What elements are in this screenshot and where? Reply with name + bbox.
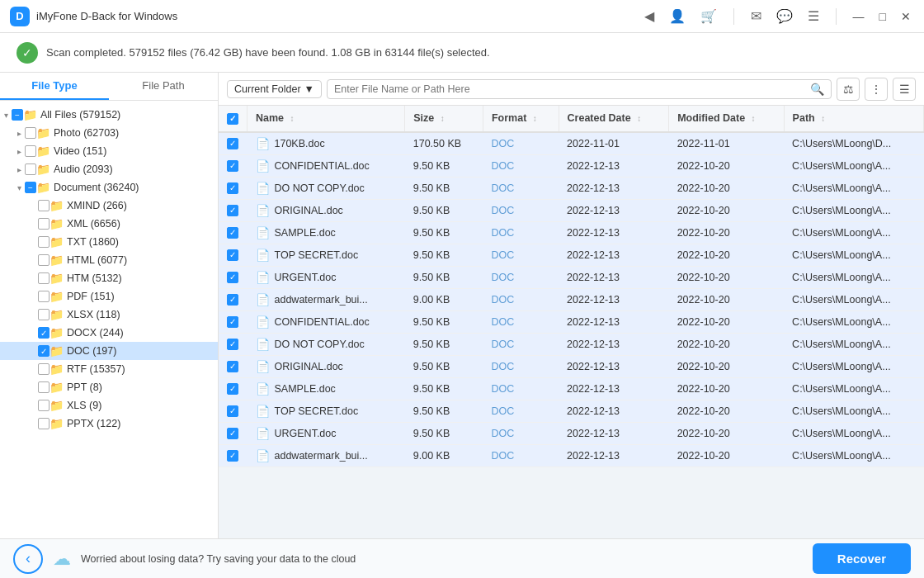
table-row[interactable]: ✓ 📄 addwatermark_bui... 9.00 KB DOC 2022… — [219, 288, 924, 310]
row-checkbox[interactable]: ✓ — [227, 138, 238, 149]
sidebar-item-document[interactable]: ▾ − 📁 Document (36240) — [0, 178, 218, 197]
close-button[interactable]: ✕ — [898, 8, 914, 25]
table-row[interactable]: ✓ 📄 URGENT.doc 9.50 KB DOC 2022-12-13 20… — [219, 266, 924, 288]
table-row[interactable]: ✓ 📄 CONFIDENTIAL.doc 9.50 KB DOC 2022-12… — [219, 154, 924, 177]
tree-checkbox[interactable] — [38, 254, 50, 266]
row-checkbox-cell[interactable]: ✓ — [219, 400, 248, 422]
sidebar-item-doc[interactable]: ✓ 📁 DOC (197) — [0, 342, 218, 360]
table-row[interactable]: ✓ 📄 170KB.doc 170.50 KB DOC 2022-11-01 2… — [219, 132, 924, 155]
row-checkbox-cell[interactable]: ✓ — [219, 221, 248, 244]
tree-checkbox[interactable] — [38, 291, 50, 302]
row-checkbox-cell[interactable]: ✓ — [219, 444, 248, 467]
sidebar-item-html[interactable]: 📁 HTML (6077) — [0, 251, 218, 269]
row-checkbox[interactable]: ✓ — [227, 294, 238, 306]
row-checkbox-cell[interactable]: ✓ — [219, 132, 248, 155]
sidebar-item-docx[interactable]: ✓ 📁 DOCX (244) — [0, 324, 218, 342]
tree-checkbox[interactable]: ✓ — [38, 327, 50, 339]
header-path[interactable]: Path ↕ — [784, 106, 923, 132]
header-name[interactable]: Name ↕ — [248, 106, 405, 132]
row-checkbox-cell[interactable]: ✓ — [219, 310, 248, 333]
search-input[interactable] — [334, 83, 810, 95]
row-checkbox[interactable]: ✓ — [227, 205, 238, 216]
row-checkbox-cell[interactable]: ✓ — [219, 154, 248, 177]
sidebar-item-video[interactable]: ▸ 📁 Video (151) — [0, 142, 218, 160]
header-format[interactable]: Format ↕ — [483, 106, 559, 132]
select-all-checkbox[interactable]: ✓ — [227, 113, 238, 125]
row-checkbox[interactable]: ✓ — [227, 182, 238, 194]
header-created-date[interactable]: Created Date ↕ — [559, 106, 669, 132]
tab-file-path[interactable]: File Path — [109, 73, 218, 100]
sidebar-item-rtf[interactable]: 📁 RTF (15357) — [0, 360, 218, 378]
row-checkbox-cell[interactable]: ✓ — [219, 422, 248, 444]
tree-checkbox[interactable] — [38, 418, 50, 429]
search-box[interactable]: 🔍 — [327, 79, 832, 99]
row-checkbox-cell[interactable]: ✓ — [219, 177, 248, 199]
sidebar-item-txt[interactable]: 📁 TXT (1860) — [0, 233, 218, 251]
row-checkbox[interactable]: ✓ — [227, 450, 238, 462]
row-checkbox[interactable]: ✓ — [227, 272, 238, 283]
row-checkbox[interactable]: ✓ — [227, 361, 238, 372]
table-row[interactable]: ✓ 📄 TOP SECRET.doc 9.50 KB DOC 2022-12-1… — [219, 400, 924, 422]
table-row[interactable]: ✓ 📄 TOP SECRET.doc 9.50 KB DOC 2022-12-1… — [219, 244, 924, 266]
sidebar-item-all[interactable]: ▾ − 📁 All Files (579152) — [0, 106, 218, 124]
sidebar-item-xml[interactable]: 📁 XML (6656) — [0, 215, 218, 233]
header-checkbox-col[interactable]: ✓ — [219, 106, 248, 132]
row-checkbox-cell[interactable]: ✓ — [219, 333, 248, 355]
row-checkbox[interactable]: ✓ — [227, 316, 238, 328]
chat-icon[interactable]: 💬 — [773, 7, 796, 26]
sidebar-item-xls[interactable]: 📁 XLS (9) — [0, 396, 218, 415]
tree-checkbox[interactable] — [38, 400, 50, 411]
menu-icon[interactable]: ☰ — [804, 7, 823, 26]
row-checkbox-cell[interactable]: ✓ — [219, 355, 248, 377]
table-row[interactable]: ✓ 📄 SAMPLE.doc 9.50 KB DOC 2022-12-13 20… — [219, 377, 924, 400]
row-checkbox[interactable]: ✓ — [227, 227, 238, 239]
recover-button[interactable]: Recover — [813, 543, 911, 574]
folder-dropdown[interactable]: Current Folder ▼ — [227, 80, 322, 98]
minimize-button[interactable]: — — [850, 8, 868, 25]
table-row[interactable]: ✓ 📄 ORIGINAL.doc 9.50 KB DOC 2022-12-13 … — [219, 355, 924, 377]
row-checkbox-cell[interactable]: ✓ — [219, 199, 248, 221]
table-row[interactable]: ✓ 📄 ORIGINAL.doc 9.50 KB DOC 2022-12-13 … — [219, 199, 924, 221]
tree-checkbox[interactable]: − — [25, 182, 36, 193]
table-row[interactable]: ✓ 📄 addwatermark_bui... 9.00 KB DOC 2022… — [219, 444, 924, 467]
tree-checkbox[interactable]: ✓ — [38, 345, 50, 357]
sidebar-item-xlsx[interactable]: 📁 XLSX (118) — [0, 306, 218, 324]
sidebar-item-pptx[interactable]: 📁 PPTX (122) — [0, 415, 218, 433]
tree-checkbox[interactable] — [38, 309, 50, 320]
list-view-button[interactable]: ☰ — [893, 78, 916, 101]
cart-icon[interactable]: 🛒 — [697, 7, 720, 26]
row-checkbox[interactable]: ✓ — [227, 160, 238, 172]
maximize-button[interactable]: □ — [876, 8, 889, 25]
tree-checkbox[interactable] — [38, 218, 50, 230]
tree-checkbox[interactable] — [25, 127, 36, 139]
sidebar-item-pdf[interactable]: 📁 PDF (151) — [0, 287, 218, 306]
sidebar-item-ppt[interactable]: 📁 PPT (8) — [0, 378, 218, 396]
tree-checkbox[interactable] — [38, 381, 50, 393]
tree-checkbox[interactable] — [25, 145, 36, 157]
row-checkbox-cell[interactable]: ✓ — [219, 266, 248, 288]
table-row[interactable]: ✓ 📄 DO NOT COPY.doc 9.50 KB DOC 2022-12-… — [219, 333, 924, 355]
tab-file-type[interactable]: File Type — [0, 73, 109, 100]
share-icon[interactable]: ◀ — [641, 7, 658, 26]
search-icon[interactable]: 🔍 — [810, 83, 824, 96]
grid-view-button[interactable]: ⋮ — [865, 78, 888, 101]
mail-icon[interactable]: ✉ — [747, 7, 765, 26]
tree-checkbox[interactable] — [38, 236, 50, 248]
filter-button[interactable]: ⚖ — [837, 78, 860, 101]
table-row[interactable]: ✓ 📄 URGENT.doc 9.50 KB DOC 2022-12-13 20… — [219, 422, 924, 444]
row-checkbox[interactable]: ✓ — [227, 428, 238, 439]
row-checkbox[interactable]: ✓ — [227, 405, 238, 417]
sidebar-item-htm[interactable]: 📁 HTM (5132) — [0, 269, 218, 287]
row-checkbox-cell[interactable]: ✓ — [219, 377, 248, 400]
table-row[interactable]: ✓ 📄 DO NOT COPY.doc 9.50 KB DOC 2022-12-… — [219, 177, 924, 199]
tree-checkbox[interactable] — [38, 363, 50, 375]
row-checkbox-cell[interactable]: ✓ — [219, 244, 248, 266]
tree-checkbox[interactable] — [38, 200, 50, 211]
sidebar-item-xmind[interactable]: 📁 XMIND (266) — [0, 197, 218, 215]
tree-checkbox[interactable] — [25, 163, 36, 175]
table-row[interactable]: ✓ 📄 CONFIDENTIAL.doc 9.50 KB DOC 2022-12… — [219, 310, 924, 333]
header-size[interactable]: Size ↕ — [405, 106, 483, 132]
sidebar-item-photo[interactable]: ▸ 📁 Photo (62703) — [0, 124, 218, 142]
person-icon[interactable]: 👤 — [666, 7, 689, 26]
tree-checkbox[interactable] — [38, 272, 50, 284]
